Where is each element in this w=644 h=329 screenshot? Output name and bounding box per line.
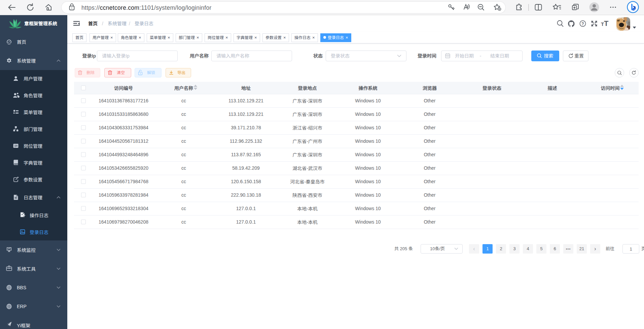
svg-text:T: T bbox=[601, 21, 604, 27]
svg-text:T: T bbox=[604, 19, 609, 28]
svg-text:?: ? bbox=[581, 22, 584, 26]
